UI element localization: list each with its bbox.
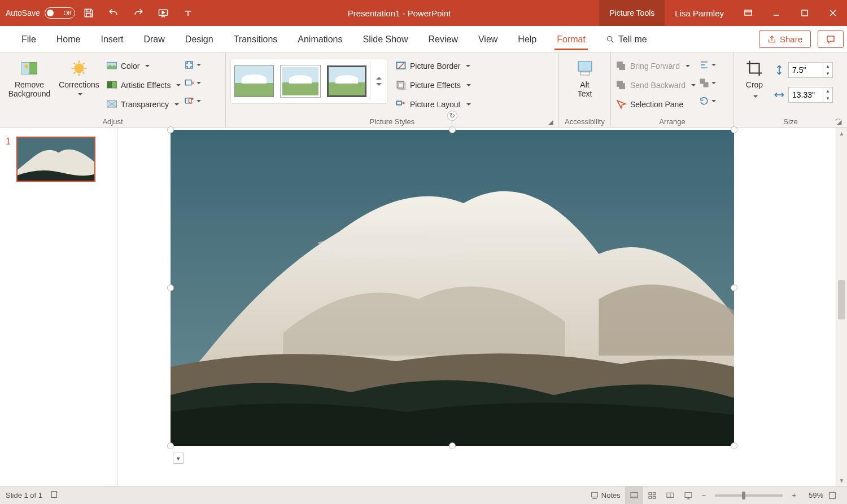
tab-view[interactable]: View (468, 26, 508, 52)
resize-handle-tr[interactable] (731, 126, 737, 133)
resize-handle-l[interactable] (167, 284, 174, 291)
minimize-icon[interactable] (762, 0, 791, 26)
group-label-arrange: Arrange (615, 116, 729, 126)
comments-button[interactable] (818, 30, 844, 48)
tab-home[interactable]: Home (46, 26, 91, 52)
remove-background-button[interactable]: Remove Background (5, 56, 54, 98)
corrections-button[interactable]: Corrections (54, 56, 104, 98)
styles-dialog-launcher-icon[interactable]: ◢ (548, 119, 554, 126)
user-name[interactable]: Lisa Parmley (665, 8, 734, 18)
picture-style-1[interactable] (234, 65, 274, 97)
thumbnail-slide-1[interactable]: 1 (6, 137, 111, 182)
width-up-icon[interactable]: ▲ (823, 87, 832, 95)
width-input[interactable] (789, 90, 823, 99)
undo-icon[interactable] (102, 0, 125, 26)
svg-rect-33 (653, 492, 656, 494)
redo-icon[interactable] (127, 0, 150, 26)
zoom-in-button[interactable]: + (787, 487, 801, 505)
slideshow-view-icon[interactable] (679, 487, 697, 505)
tell-me-search[interactable]: Tell me (596, 26, 657, 52)
selection-pane-button[interactable]: Selection Pane (615, 95, 696, 114)
height-down-icon[interactable]: ▼ (823, 70, 832, 77)
resize-handle-bl[interactable] (167, 442, 174, 449)
artistic-effects-button[interactable]: Artistic Effects (106, 76, 181, 95)
tab-slideshow[interactable]: Slide Show (352, 26, 418, 52)
save-icon[interactable] (77, 0, 100, 26)
fit-to-window-icon[interactable] (823, 487, 841, 505)
customize-qat-icon[interactable] (177, 0, 199, 26)
width-down-icon[interactable]: ▼ (823, 95, 832, 102)
spellcheck-icon[interactable] (50, 490, 59, 501)
start-from-beginning-icon[interactable] (152, 0, 174, 26)
zoom-level[interactable]: 59% (801, 491, 823, 499)
scroll-up-icon[interactable]: ▲ (836, 128, 847, 139)
share-button[interactable]: Share (759, 30, 811, 48)
resize-handle-b[interactable] (449, 442, 456, 449)
width-spinner[interactable]: ▲▼ (788, 87, 833, 103)
maximize-icon[interactable] (791, 0, 819, 26)
tab-format[interactable]: Format (547, 26, 596, 52)
svg-rect-22 (619, 64, 625, 70)
color-button[interactable]: Color (106, 56, 181, 76)
alt-text-icon (575, 59, 595, 78)
autosave-toggle[interactable]: AutoSave Off (6, 7, 75, 19)
reset-picture-icon[interactable] (184, 93, 201, 109)
gallery-more-button[interactable] (370, 62, 387, 101)
alt-text-button[interactable]: Alt Text (565, 56, 605, 98)
group-picture-styles: Picture Border Picture Effects Picture L… (226, 53, 559, 127)
picture-styles-gallery[interactable] (230, 59, 387, 104)
tab-design[interactable]: Design (175, 26, 224, 52)
svg-rect-32 (649, 492, 652, 494)
tab-help[interactable]: Help (508, 26, 547, 52)
tab-review[interactable]: Review (418, 26, 468, 52)
svg-rect-5 (21, 63, 29, 74)
height-spinner[interactable]: ▲▼ (788, 62, 833, 78)
scroll-down-icon[interactable]: ▼ (836, 475, 847, 486)
reading-view-icon[interactable] (661, 487, 679, 505)
resize-handle-t[interactable] (449, 126, 456, 133)
tab-draw[interactable]: Draw (133, 26, 174, 52)
layout-options-icon[interactable]: ▾ (173, 453, 184, 464)
send-backward-button: Send Backward (615, 76, 696, 95)
picture-style-2[interactable] (281, 65, 320, 97)
tab-transitions[interactable]: Transitions (224, 26, 288, 52)
picture-effects-button[interactable]: Picture Effects (395, 76, 471, 95)
change-picture-icon[interactable] (184, 74, 201, 91)
thumbnail-image[interactable] (16, 137, 95, 182)
slide-canvas[interactable]: ▾ (117, 128, 836, 486)
artistic-effects-icon (106, 80, 117, 91)
svg-rect-29 (51, 492, 56, 498)
collapse-ribbon-icon[interactable]: ︿ (835, 113, 842, 124)
zoom-slider[interactable] (715, 494, 783, 497)
rotate-icon[interactable] (699, 93, 716, 109)
rotate-handle[interactable] (447, 111, 457, 121)
tab-file[interactable]: File (11, 26, 46, 52)
picture-border-button[interactable]: Picture Border (395, 56, 471, 76)
autosave-switch[interactable]: Off (45, 7, 75, 19)
close-icon[interactable] (819, 0, 847, 26)
notes-button[interactable]: Notes (586, 487, 625, 505)
normal-view-icon[interactable] (625, 487, 643, 505)
resize-handle-tl[interactable] (167, 126, 174, 133)
vertical-scrollbar[interactable]: ▲ ▼ (836, 128, 847, 486)
resize-handle-r[interactable] (731, 284, 737, 291)
height-up-icon[interactable]: ▲ (823, 63, 832, 70)
picture-layout-button[interactable]: Picture Layout (395, 95, 471, 114)
compress-pictures-icon[interactable] (184, 56, 201, 73)
tab-insert[interactable]: Insert (90, 26, 133, 52)
ribbon-display-options-icon[interactable] (734, 0, 762, 26)
selected-picture[interactable]: ▾ (171, 130, 734, 446)
slide-sorter-view-icon[interactable] (643, 487, 661, 505)
resize-handle-br[interactable] (731, 442, 737, 449)
slide-indicator[interactable]: Slide 1 of 1 (6, 491, 42, 499)
height-input[interactable] (789, 65, 823, 74)
svg-rect-10 (107, 81, 112, 88)
tab-animations[interactable]: Animations (287, 26, 352, 52)
crop-button[interactable]: Crop (739, 56, 770, 100)
color-icon (106, 60, 117, 72)
picture-style-3[interactable] (327, 65, 366, 97)
transparency-button[interactable]: Transparency (106, 95, 181, 114)
zoom-out-button[interactable]: − (697, 487, 711, 505)
scroll-thumb[interactable] (838, 280, 845, 319)
align-icon[interactable] (699, 56, 716, 73)
